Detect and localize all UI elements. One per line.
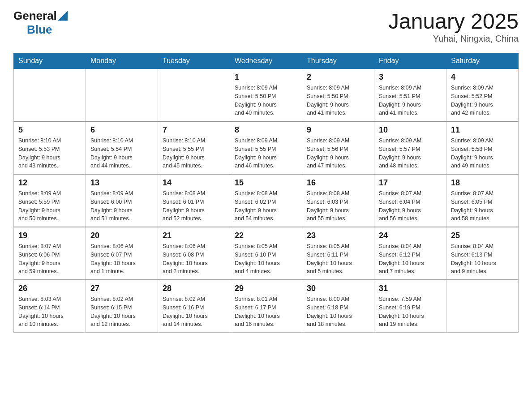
day-info: Sunrise: 8:10 AM Sunset: 5:55 PM Dayligh… (163, 137, 225, 170)
day-number: 22 (235, 231, 297, 240)
day-number: 25 (451, 231, 514, 240)
calendar-cell: 1Sunrise: 8:09 AM Sunset: 5:50 PM Daylig… (230, 69, 302, 122)
weekday-header-thursday: Thursday (302, 53, 374, 69)
day-number: 26 (18, 284, 81, 293)
day-info: Sunrise: 8:04 AM Sunset: 6:12 PM Dayligh… (379, 242, 442, 276)
day-info: Sunrise: 8:09 AM Sunset: 5:50 PM Dayligh… (307, 84, 369, 117)
calendar-cell: 11Sunrise: 8:09 AM Sunset: 5:58 PM Dayli… (446, 121, 519, 174)
day-info: Sunrise: 8:01 AM Sunset: 6:17 PM Dayligh… (235, 295, 297, 329)
day-info: Sunrise: 8:09 AM Sunset: 5:52 PM Dayligh… (451, 84, 514, 117)
calendar-cell: 16Sunrise: 8:08 AM Sunset: 6:03 PM Dayli… (302, 174, 374, 227)
calendar-cell: 10Sunrise: 8:09 AM Sunset: 5:57 PM Dayli… (374, 121, 446, 174)
day-number: 6 (90, 125, 153, 135)
calendar-cell: 9Sunrise: 8:09 AM Sunset: 5:56 PM Daylig… (302, 121, 374, 174)
day-number: 31 (379, 284, 442, 293)
calendar-cell: 22Sunrise: 8:05 AM Sunset: 6:10 PM Dayli… (230, 227, 302, 280)
day-number: 8 (235, 125, 297, 135)
calendar-cell: 31Sunrise: 7:59 AM Sunset: 6:19 PM Dayli… (374, 280, 446, 333)
day-info: Sunrise: 8:07 AM Sunset: 6:05 PM Dayligh… (451, 189, 514, 223)
day-number: 27 (90, 284, 153, 293)
day-number: 30 (307, 284, 369, 293)
calendar-title: January 2025 (388, 9, 519, 34)
day-info: Sunrise: 8:08 AM Sunset: 6:03 PM Dayligh… (307, 189, 369, 223)
calendar-cell (14, 69, 86, 122)
calendar-cell: 23Sunrise: 8:05 AM Sunset: 6:11 PM Dayli… (302, 227, 374, 280)
calendar-table: SundayMondayTuesdayWednesdayThursdayFrid… (13, 53, 519, 333)
day-info: Sunrise: 8:09 AM Sunset: 5:50 PM Dayligh… (235, 84, 297, 117)
calendar-week-row: 19Sunrise: 8:07 AM Sunset: 6:06 PM Dayli… (14, 227, 519, 280)
calendar-cell: 4Sunrise: 8:09 AM Sunset: 5:52 PM Daylig… (446, 69, 519, 122)
day-number: 10 (379, 125, 442, 135)
day-info: Sunrise: 8:03 AM Sunset: 6:14 PM Dayligh… (18, 295, 81, 329)
weekday-header-monday: Monday (86, 53, 158, 69)
day-number: 9 (307, 125, 369, 135)
day-info: Sunrise: 7:59 AM Sunset: 6:19 PM Dayligh… (379, 295, 442, 329)
calendar-cell: 29Sunrise: 8:01 AM Sunset: 6:17 PM Dayli… (230, 280, 302, 333)
day-info: Sunrise: 8:08 AM Sunset: 6:02 PM Dayligh… (235, 189, 297, 223)
day-info: Sunrise: 8:04 AM Sunset: 6:13 PM Dayligh… (451, 242, 514, 276)
logo-general-text: General (13, 9, 57, 23)
day-info: Sunrise: 8:05 AM Sunset: 6:11 PM Dayligh… (307, 242, 369, 276)
day-info: Sunrise: 8:08 AM Sunset: 6:01 PM Dayligh… (163, 189, 225, 223)
day-info: Sunrise: 8:06 AM Sunset: 6:08 PM Dayligh… (163, 242, 225, 276)
day-info: Sunrise: 8:05 AM Sunset: 6:10 PM Dayligh… (235, 242, 297, 276)
day-info: Sunrise: 8:09 AM Sunset: 5:58 PM Dayligh… (451, 137, 514, 170)
day-number: 16 (307, 178, 369, 188)
calendar-cell: 30Sunrise: 8:00 AM Sunset: 6:18 PM Dayli… (302, 280, 374, 333)
calendar-week-row: 26Sunrise: 8:03 AM Sunset: 6:14 PM Dayli… (14, 280, 519, 333)
calendar-cell: 12Sunrise: 8:09 AM Sunset: 5:59 PM Dayli… (14, 174, 86, 227)
weekday-header-tuesday: Tuesday (158, 53, 230, 69)
day-info: Sunrise: 8:10 AM Sunset: 5:54 PM Dayligh… (90, 137, 153, 170)
calendar-cell: 24Sunrise: 8:04 AM Sunset: 6:12 PM Dayli… (374, 227, 446, 280)
calendar-cell: 5Sunrise: 8:10 AM Sunset: 5:53 PM Daylig… (14, 121, 86, 174)
day-number: 15 (235, 178, 297, 188)
calendar-cell: 26Sunrise: 8:03 AM Sunset: 6:14 PM Dayli… (14, 280, 86, 333)
calendar-subtitle: Yuhai, Ningxia, China (388, 34, 519, 44)
day-info: Sunrise: 8:00 AM Sunset: 6:18 PM Dayligh… (307, 295, 369, 329)
day-number: 5 (18, 125, 81, 135)
weekday-header-wednesday: Wednesday (230, 53, 302, 69)
day-number: 2 (307, 73, 369, 82)
calendar-header-row: SundayMondayTuesdayWednesdayThursdayFrid… (14, 53, 519, 69)
calendar-cell: 8Sunrise: 8:09 AM Sunset: 5:55 PM Daylig… (230, 121, 302, 174)
logo: General Blue (13, 9, 68, 37)
day-number: 13 (90, 178, 153, 188)
day-number: 12 (18, 178, 81, 188)
calendar-cell: 7Sunrise: 8:10 AM Sunset: 5:55 PM Daylig… (158, 121, 230, 174)
day-number: 19 (18, 231, 81, 240)
calendar-cell: 17Sunrise: 8:07 AM Sunset: 6:04 PM Dayli… (374, 174, 446, 227)
day-info: Sunrise: 8:09 AM Sunset: 5:59 PM Dayligh… (18, 189, 81, 223)
day-number: 4 (451, 73, 514, 82)
logo-triangle-icon (58, 11, 68, 21)
day-info: Sunrise: 8:09 AM Sunset: 5:51 PM Dayligh… (379, 84, 442, 117)
calendar-cell: 25Sunrise: 8:04 AM Sunset: 6:13 PM Dayli… (446, 227, 519, 280)
calendar-cell: 3Sunrise: 8:09 AM Sunset: 5:51 PM Daylig… (374, 69, 446, 122)
day-info: Sunrise: 8:02 AM Sunset: 6:16 PM Dayligh… (163, 295, 225, 329)
day-number: 20 (90, 231, 153, 240)
calendar-cell: 2Sunrise: 8:09 AM Sunset: 5:50 PM Daylig… (302, 69, 374, 122)
calendar-cell: 28Sunrise: 8:02 AM Sunset: 6:16 PM Dayli… (158, 280, 230, 333)
weekday-header-sunday: Sunday (14, 53, 86, 69)
day-info: Sunrise: 8:10 AM Sunset: 5:53 PM Dayligh… (18, 137, 81, 170)
calendar-cell (446, 280, 519, 333)
day-info: Sunrise: 8:02 AM Sunset: 6:15 PM Dayligh… (90, 295, 153, 329)
calendar-cell: 27Sunrise: 8:02 AM Sunset: 6:15 PM Dayli… (86, 280, 158, 333)
day-number: 14 (163, 178, 225, 188)
calendar-cell: 21Sunrise: 8:06 AM Sunset: 6:08 PM Dayli… (158, 227, 230, 280)
day-number: 3 (379, 73, 442, 82)
day-info: Sunrise: 8:06 AM Sunset: 6:07 PM Dayligh… (90, 242, 153, 276)
calendar-cell: 18Sunrise: 8:07 AM Sunset: 6:05 PM Dayli… (446, 174, 519, 227)
day-number: 17 (379, 178, 442, 188)
logo-blue-text: Blue (27, 23, 52, 37)
day-number: 28 (163, 284, 225, 293)
day-number: 18 (451, 178, 514, 188)
day-info: Sunrise: 8:09 AM Sunset: 5:56 PM Dayligh… (307, 137, 369, 170)
day-number: 21 (163, 231, 225, 240)
calendar-cell: 6Sunrise: 8:10 AM Sunset: 5:54 PM Daylig… (86, 121, 158, 174)
day-number: 7 (163, 125, 225, 135)
svg-marker-0 (58, 11, 68, 21)
calendar-cell (86, 69, 158, 122)
day-info: Sunrise: 8:07 AM Sunset: 6:04 PM Dayligh… (379, 189, 442, 223)
day-info: Sunrise: 8:09 AM Sunset: 5:57 PM Dayligh… (379, 137, 442, 170)
day-number: 29 (235, 284, 297, 293)
